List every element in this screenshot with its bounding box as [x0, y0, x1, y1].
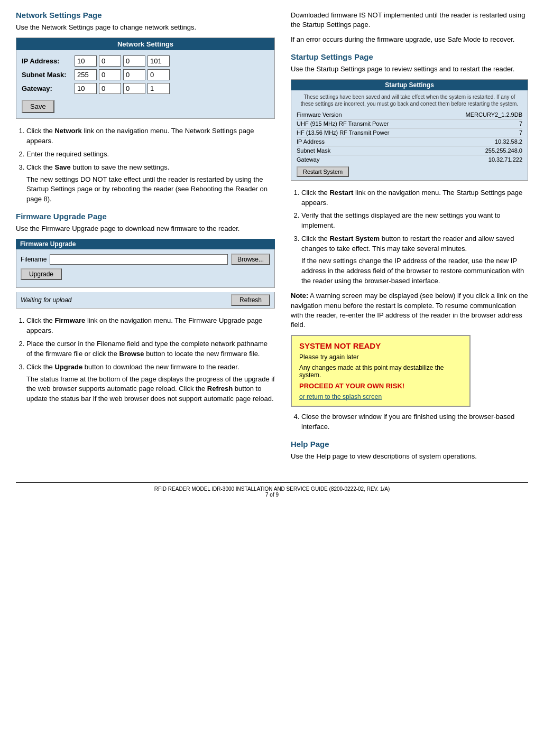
ip-field-1[interactable] [75, 55, 97, 67]
startup-row-uhf: UHF (915 MHz) RF Transmit Power 7 [297, 119, 522, 128]
firmware-upgrade-title: Firmware Upgrade Page [16, 212, 275, 221]
network-step-3: Click the Save button to save the new se… [26, 163, 275, 204]
startup-key-subnet: Subnet Mask [297, 147, 330, 154]
startup-val-hf: 7 [519, 129, 522, 136]
downloaded-note-2: If an error occurs during the firmware u… [291, 35, 528, 44]
startup-row-firmware: Firmware Version MERCURY2_1.2.9DB [297, 110, 522, 119]
firmware-upgrade-box-title: Firmware Upgrade [16, 239, 275, 249]
subnet-field-1[interactable] [75, 69, 97, 80]
startup-steps-list: Click the Restart link on the navigation… [301, 188, 528, 286]
startup-row-ip: IP Address 10.32.58.2 [297, 137, 522, 146]
downloaded-note-1: Downloaded firmware IS NOT implemented u… [291, 11, 528, 30]
system-not-ready-link[interactable]: or return to the splash screen [299, 393, 462, 400]
startup-val-firmware: MERCURY2_1.2.9DB [466, 111, 522, 118]
startup-key-uhf: UHF (915 MHz) RF Transmit Power [297, 120, 389, 127]
subnet-field-4[interactable] [147, 69, 170, 80]
ip-address-label: IP Address: [22, 57, 75, 65]
subnet-fields [75, 69, 170, 80]
network-step-2: Enter the required settings. [26, 150, 275, 160]
subnet-mask-row: Subnet Mask: [22, 69, 269, 80]
startup-key-ip: IP Address [297, 138, 325, 145]
startup-settings-intro: Use the Startup Settings page to review … [291, 64, 528, 74]
firmware-steps-list: Click the Firmware link on the navigatio… [26, 316, 275, 404]
gateway-field-2[interactable] [99, 83, 121, 94]
footer: RFID READER MODEL IDR-3000 INSTALLATION … [16, 482, 528, 498]
startup-step4-list: Close the browser window if you are fini… [301, 412, 528, 432]
save-button[interactable]: Save [22, 100, 54, 113]
startup-settings-title: Startup Settings Page [291, 52, 528, 61]
firmware-step-3-note: The status frame at the bottom of the pa… [26, 375, 275, 405]
footer-text2: 7 of 9 [16, 492, 528, 498]
network-settings-box: Network Settings IP Address: Subnet Mask… [16, 38, 275, 119]
gateway-row: Gateway: [22, 83, 269, 94]
system-not-ready-line2: Any changes made at this point may desta… [299, 364, 462, 379]
filename-row: Filename Browse... [21, 254, 270, 265]
startup-val-ip: 10.32.58.2 [495, 138, 522, 145]
refresh-button[interactable]: Refresh [231, 294, 270, 306]
startup-key-hf: HF (13.56 MHz) RF Transmit Power [297, 129, 389, 136]
ip-field-4[interactable] [147, 55, 170, 67]
firmware-step-1: Click the Firmware link on the navigatio… [26, 316, 275, 336]
gateway-field-1[interactable] [75, 83, 97, 94]
gateway-field-3[interactable] [123, 83, 145, 94]
firmware-upgrade-box-body: Filename Browse... Upgrade [16, 249, 275, 288]
startup-step-3: Click the Restart System button to resta… [301, 234, 528, 286]
startup-key-gateway: Gateway [297, 156, 319, 163]
startup-settings-box-title: Startup Settings [291, 80, 528, 90]
firmware-status-text: Waiting for upload [21, 296, 72, 304]
firmware-step-3: Click the Upgrade button to download the… [26, 362, 275, 404]
firmware-upgrade-intro: Use the Firmware Upgrade page to downloa… [16, 224, 275, 234]
startup-val-uhf: 7 [519, 120, 522, 127]
gateway-field-4[interactable] [147, 83, 170, 94]
restart-system-button[interactable]: Restart System [297, 166, 349, 177]
firmware-status-bar: Waiting for upload Refresh [16, 292, 275, 309]
system-not-ready-box: SYSTEM NOT READY Please try again later … [291, 335, 471, 407]
startup-val-subnet: 255.255.248.0 [485, 147, 522, 154]
subnet-field-2[interactable] [99, 69, 121, 80]
startup-row-gateway: Gateway 10.32.71.222 [297, 155, 522, 164]
system-not-ready-proceed: PROCEED AT YOUR OWN RISK! [299, 382, 462, 390]
restart-note-text: A warning screen may be displayed (see b… [291, 292, 528, 329]
network-settings-box-body: IP Address: Subnet Mask: [16, 50, 274, 118]
ip-address-fields [75, 55, 170, 67]
startup-step-3-note: If the new settings change the IP addres… [301, 256, 528, 286]
startup-step-2: Verify that the settings displayed are t… [301, 211, 528, 231]
help-page-intro: Use the Help page to view descriptions o… [291, 452, 528, 461]
startup-val-gateway: 10.32.71.222 [488, 156, 522, 163]
gateway-label: Gateway: [22, 85, 75, 92]
subnet-field-3[interactable] [123, 69, 145, 80]
firmware-step-2: Place the cursor in the Filename field a… [26, 339, 275, 359]
network-settings-box-title: Network Settings [16, 38, 274, 50]
network-step-3-note: The new settings DO NOT take effect unti… [26, 175, 275, 205]
startup-step-1: Click the Restart link on the navigation… [301, 188, 528, 208]
restart-note: Note: A warning screen may be displayed … [291, 291, 528, 330]
help-page-title: Help Page [291, 440, 528, 449]
network-settings-title: Network Settings Page [16, 11, 275, 20]
network-step-1: Click the Network link on the navigation… [26, 126, 275, 146]
filename-label: Filename [21, 256, 47, 263]
system-not-ready-line1: Please try again later [299, 353, 462, 361]
ip-field-2[interactable] [99, 55, 121, 67]
subnet-mask-label: Subnet Mask: [22, 71, 75, 79]
ip-field-3[interactable] [123, 55, 145, 67]
upgrade-button[interactable]: Upgrade [21, 268, 62, 280]
startup-warning-text: These settings have been saved and will … [297, 94, 522, 107]
upgrade-row: Upgrade [21, 268, 270, 280]
startup-row-subnet: Subnet Mask 255.255.248.0 [297, 146, 522, 155]
footer-text1: RFID READER MODEL IDR-3000 INSTALLATION … [16, 486, 528, 492]
gateway-fields [75, 83, 170, 94]
ip-address-row: IP Address: [22, 55, 269, 67]
startup-row-hf: HF (13.56 MHz) RF Transmit Power 7 [297, 128, 522, 137]
browse-button[interactable]: Browse... [231, 254, 270, 265]
startup-key-firmware: Firmware Version [297, 111, 342, 118]
startup-settings-box-body: These settings have been saved and will … [291, 90, 528, 180]
startup-settings-box: Startup Settings These settings have bee… [291, 79, 528, 181]
filename-input[interactable] [50, 254, 228, 265]
network-steps-list: Click the Network link on the navigation… [26, 126, 275, 204]
network-settings-intro: Use the Network Settings page to change … [16, 23, 275, 32]
startup-step-4: Close the browser window if you are fini… [301, 412, 528, 432]
system-not-ready-title: SYSTEM NOT READY [299, 341, 462, 350]
firmware-upgrade-box: Firmware Upgrade Filename Browse... Upgr… [16, 239, 275, 309]
